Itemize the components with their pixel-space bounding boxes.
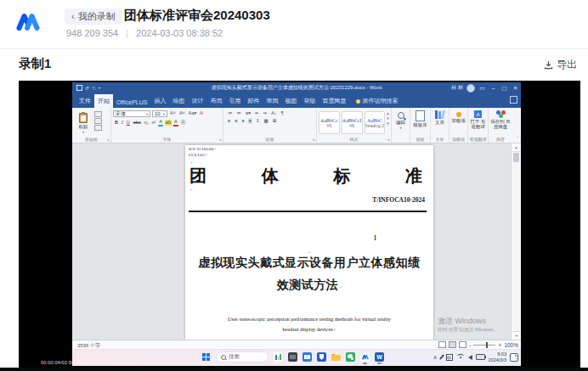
wifi-icon[interactable] [456,354,465,360]
tab-references[interactable]: 引用 [225,94,244,108]
styles-dialog-launcher-icon[interactable]: ↘ [387,138,390,142]
zoom-out-button[interactable]: - [469,342,471,348]
scroll-down-icon[interactable]: ▾ [512,331,521,340]
scroll-up-icon[interactable]: ▴ [512,143,521,152]
styles-scroll-up-icon[interactable]: ▴ [387,111,389,115]
format-painter-icon[interactable] [94,125,102,131]
superscript-button[interactable]: x² [151,120,157,126]
bold-button[interactable]: B [114,120,119,126]
highlight-color-icon[interactable]: ab [165,120,172,126]
tab-view[interactable]: 视图 [281,94,300,108]
minimize-icon[interactable]: – [489,85,497,91]
ime-indicator[interactable]: 中 [446,354,453,361]
start-button[interactable] [202,353,211,362]
bullets-icon[interactable]: ≔ [227,110,234,116]
clear-format-icon[interactable]: A [199,110,204,117]
text-effects-icon[interactable]: A [158,119,163,126]
taskbar-search[interactable]: 搜索 [216,351,269,363]
tab-draw[interactable]: 绘图 [169,94,188,108]
maximize-icon[interactable]: ▢ [500,85,508,92]
tab-layout[interactable]: 布局 [206,94,225,108]
style-h6[interactable]: AaBbCcI h6 [342,111,363,134]
tab-mailings[interactable]: 邮件 [244,94,263,108]
font-size-select[interactable]: 10▾ [152,110,167,117]
print-layout-icon[interactable] [449,341,456,348]
borders-icon[interactable]: ⊞ [272,118,278,124]
decrease-indent-icon[interactable]: ⇐ [254,110,260,116]
shrink-font-icon[interactable]: A˅ [178,110,186,117]
tab-officeplus[interactable]: OfficePLUS [113,97,150,108]
widgets-icon[interactable] [274,352,283,362]
styles-scroll-down-icon[interactable]: ▾ [387,116,389,121]
tencent-meeting-taskbar-icon[interactable] [360,352,370,362]
mail-icon[interactable] [302,352,312,362]
vertical-scrollbar[interactable]: ▴ ▾ [511,143,521,340]
document-page[interactable]: ICS 33.160.60↵ CCS L62↵ ↵ 团 体 标 准 ↵ T/IN… [185,145,433,340]
library-button[interactable]: 文库 [431,108,449,125]
align-left-icon[interactable]: ≡ [227,118,231,124]
tab-design[interactable]: 设计 [188,94,206,108]
cut-icon[interactable] [94,111,102,117]
change-case-icon[interactable]: Aa▾ [188,110,198,117]
web-layout-icon[interactable] [459,341,466,348]
battery-icon[interactable] [476,354,485,360]
font-name-select[interactable]: 宋体▾ [113,110,150,117]
enclose-character-icon[interactable]: Ⓐ [180,120,187,126]
tab-insert[interactable]: 插入 [150,94,169,108]
volume-icon[interactable] [468,355,472,360]
align-right-icon[interactable]: ≡ [240,118,245,124]
line-spacing-icon[interactable]: ⇕ [255,118,261,124]
save-to-baidu-button[interactable]: 保存到 百度网盘 [489,108,512,129]
word-taskbar-icon[interactable]: W [375,352,384,362]
paragraph-dialog-launcher-icon[interactable]: ↘ [312,138,315,142]
underline-button[interactable]: U [126,120,131,126]
scrollbar-thumb[interactable] [513,153,519,162]
ribbon-options-icon[interactable] [510,96,517,104]
increase-indent-icon[interactable]: ⇒ [263,110,269,116]
tell-me-search[interactable]: 操作说明搜索 [354,94,399,108]
copy-icon[interactable] [94,118,102,124]
font-color-icon[interactable]: A [173,119,178,126]
numbering-icon[interactable]: ≕ [236,110,243,116]
italic-button[interactable]: I [121,120,124,126]
strikethrough-button[interactable]: abc [133,120,142,126]
editing-button[interactable]: 编辑 ▾ [392,108,410,130]
subscript-button[interactable]: x₂ [144,120,150,126]
collapse-ribbon-icon[interactable]: ˆ [517,136,518,141]
align-center-icon[interactable]: ≡ [234,118,238,124]
ribbon-display-options-icon[interactable]: ▭ [478,85,486,92]
zoom-slider[interactable] [473,345,495,346]
clipboard-dialog-launcher-icon[interactable]: ↘ [106,138,110,142]
styles-more-icon[interactable]: ≡ [387,121,389,126]
template-library-button[interactable]: 模板库 [410,108,430,127]
player-bottom-strip[interactable] [0,368,588,371]
hidden-icons-chevron[interactable]: ∧ [433,353,438,362]
tab-review[interactable]: 审阅 [263,94,281,108]
grow-font-icon[interactable]: A˄ [169,110,177,117]
multilevel-list-icon[interactable]: ≡▾ [245,110,252,116]
tab-file[interactable]: 文件 [76,94,94,108]
justify-icon[interactable]: ≡ [248,118,252,124]
back-to-my-recordings-button[interactable]: ‹ 我的录制 [65,8,122,25]
tab-help[interactable]: 帮助 [300,94,319,108]
security-shield-icon[interactable] [317,352,326,362]
user-avatar[interactable] [466,84,475,93]
zoom-level[interactable]: 100% [504,342,518,348]
font-dialog-launcher-icon[interactable]: ↘ [218,138,222,142]
video-player[interactable]: ↺ ↻ ▾ 虚拟现实头戴式显示设备用户立体感知绩效测试方法-20231229.d… [19,81,580,368]
dark-app-icon[interactable] [288,352,297,362]
sort-icon[interactable]: A↓ [270,110,277,116]
zoom-in-button[interactable]: + [498,342,501,348]
pen-tray-icon[interactable] [439,354,444,360]
paste-button[interactable]: 粘贴 ▾ [72,110,94,134]
file-explorer-icon[interactable] [331,352,341,362]
addins-button[interactable]: 加载项 [449,108,467,123]
notification-center-icon[interactable] [510,353,518,362]
show-marks-icon[interactable]: ¶ [280,110,285,116]
style-h5[interactable]: AaBbCc h5 [319,111,340,134]
tab-home[interactable]: 开始 [94,94,113,108]
export-button[interactable]: 导出 [544,58,577,72]
zoom-slider-thumb[interactable] [486,342,488,348]
style-heading2[interactable]: AaBbC heading 2 [365,111,386,134]
close-icon[interactable]: ✕ [512,85,519,92]
